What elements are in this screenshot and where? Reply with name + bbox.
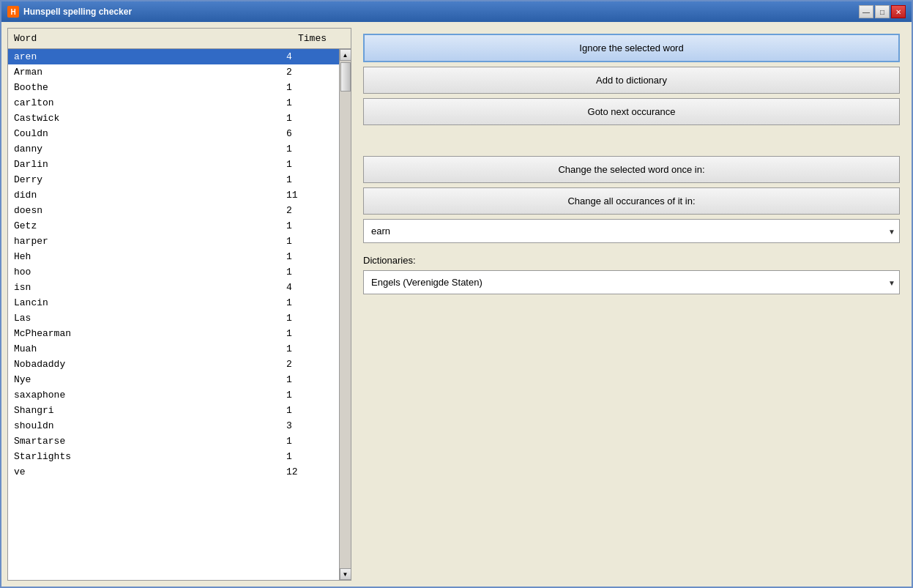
table-row[interactable]: Nobadaddy2 xyxy=(8,357,339,372)
dictionary-dropdown[interactable]: Engels (Verenigde Staten)English (US)Eng… xyxy=(363,270,900,294)
goto-next-button[interactable]: Goto next occurance xyxy=(363,98,900,125)
table-row[interactable]: Las1 xyxy=(8,310,339,326)
main-window: H Hunspell spelling checker — □ ✕ Word T… xyxy=(0,0,913,588)
times-cell: 1 xyxy=(280,403,339,417)
word-list[interactable]: aren4Arman2Boothe1carlton1Castwick1Could… xyxy=(8,49,339,580)
times-cell: 1 xyxy=(280,234,339,248)
word-cell: ve xyxy=(8,465,280,479)
table-row[interactable]: Couldn6 xyxy=(8,126,339,141)
table-row[interactable]: Nye1 xyxy=(8,372,339,387)
times-cell: 1 xyxy=(280,142,339,156)
word-cell: danny xyxy=(8,142,280,156)
times-cell: 1 xyxy=(280,296,339,310)
times-cell: 1 xyxy=(280,342,339,356)
table-row[interactable]: Arman2 xyxy=(8,64,339,80)
word-cell: Las xyxy=(8,311,280,325)
table-row[interactable]: Boothe1 xyxy=(8,80,339,95)
word-cell: Couldn xyxy=(8,127,280,141)
table-row[interactable]: carlton1 xyxy=(8,95,339,111)
close-button[interactable]: ✕ xyxy=(891,5,906,18)
times-cell: 11 xyxy=(280,188,339,202)
times-cell: 4 xyxy=(280,280,339,294)
change-once-button[interactable]: Change the selected word once in: xyxy=(363,156,900,183)
table-row[interactable]: isn4 xyxy=(8,280,339,295)
dictionaries-label: Dictionaries: xyxy=(363,255,900,266)
word-cell: carlton xyxy=(8,96,280,110)
table-row[interactable]: Smartarse1 xyxy=(8,433,339,449)
table-row[interactable]: Heh1 xyxy=(8,249,339,264)
minimize-button[interactable]: — xyxy=(859,5,873,18)
table-row[interactable]: Derry1 xyxy=(8,172,339,187)
table-row[interactable]: Muah1 xyxy=(8,341,339,357)
word-cell: harper xyxy=(8,234,280,248)
maximize-button[interactable]: □ xyxy=(875,5,890,18)
word-cell: isn xyxy=(8,280,280,294)
action-panel: Ignore the selected word Add to dictiona… xyxy=(357,28,906,581)
word-cell: didn xyxy=(8,188,280,202)
word-cell: McPhearman xyxy=(8,327,280,340)
table-row[interactable]: Getz1 xyxy=(8,218,339,234)
table-row[interactable]: hoo1 xyxy=(8,264,339,280)
times-cell: 1 xyxy=(280,388,339,402)
word-cell: Starlights xyxy=(8,450,280,464)
table-row[interactable]: ve12 xyxy=(8,464,339,480)
scroll-up-button[interactable]: ▲ xyxy=(340,49,351,61)
scroll-thumb[interactable] xyxy=(340,62,351,92)
times-cell: 1 xyxy=(280,173,339,187)
table-row[interactable]: danny1 xyxy=(8,141,339,157)
word-cell: Nobadaddy xyxy=(8,357,280,371)
word-cell: Heh xyxy=(8,250,280,264)
replacement-dropdown-container: earnearnlearnyearns ▼ xyxy=(363,219,900,243)
word-cell: Shangri xyxy=(8,403,280,417)
table-row[interactable]: aren4 xyxy=(8,49,339,64)
table-row[interactable]: Castwick1 xyxy=(8,111,339,126)
times-cell: 1 xyxy=(280,327,339,340)
window-title: Hunspell spelling checker xyxy=(23,7,132,17)
ignore-word-button[interactable]: Ignore the selected word xyxy=(363,34,900,62)
times-cell: 2 xyxy=(280,204,339,217)
scroll-down-button[interactable]: ▼ xyxy=(340,568,351,580)
spacer xyxy=(363,130,900,152)
table-row[interactable]: Starlights1 xyxy=(8,449,339,464)
times-cell: 1 xyxy=(280,373,339,387)
word-list-container: aren4Arman2Boothe1carlton1Castwick1Could… xyxy=(8,49,351,580)
word-list-panel: Word Times aren4Arman2Boothe1carlton1Cas… xyxy=(7,28,351,581)
word-cell: Lancin xyxy=(8,296,280,310)
add-to-dict-button[interactable]: Add to dictionary xyxy=(363,67,900,94)
word-cell: Darlin xyxy=(8,157,280,171)
table-row[interactable]: Darlin1 xyxy=(8,157,339,172)
table-row[interactable]: Shangri1 xyxy=(8,403,339,418)
word-cell: Castwick xyxy=(8,111,280,125)
times-cell: 2 xyxy=(280,357,339,371)
table-row[interactable]: doesn2 xyxy=(8,203,339,218)
times-cell: 1 xyxy=(280,111,339,125)
word-cell: Smartarse xyxy=(8,434,280,448)
title-bar: H Hunspell spelling checker — □ ✕ xyxy=(1,1,912,22)
header-word: Word xyxy=(8,31,292,45)
times-cell: 1 xyxy=(280,265,339,279)
word-cell: doesn xyxy=(8,204,280,217)
word-cell: saxaphone xyxy=(8,388,280,402)
replacement-dropdown[interactable]: earnearnlearnyearns xyxy=(363,219,900,243)
change-all-button[interactable]: Change all occurances of it in: xyxy=(363,187,900,215)
table-row[interactable]: didn11 xyxy=(8,187,339,203)
table-row[interactable]: saxaphone1 xyxy=(8,387,339,403)
table-row[interactable]: McPhearman1 xyxy=(8,326,339,341)
word-cell: Boothe xyxy=(8,81,280,94)
scrollbar: ▲ ▼ xyxy=(339,49,351,580)
list-header: Word Times xyxy=(8,29,351,49)
dict-dropdown-container: Engels (Verenigde Staten)English (US)Eng… xyxy=(363,270,900,294)
times-cell: 1 xyxy=(280,434,339,448)
times-cell: 2 xyxy=(280,65,339,79)
times-cell: 1 xyxy=(280,96,339,110)
table-row[interactable]: shouldn3 xyxy=(8,418,339,433)
change-section: Change the selected word once in: Change… xyxy=(363,156,900,243)
word-cell: hoo xyxy=(8,265,280,279)
table-row[interactable]: harper1 xyxy=(8,234,339,249)
times-cell: 1 xyxy=(280,450,339,464)
app-icon: H xyxy=(7,6,19,18)
table-row[interactable]: Lancin1 xyxy=(8,295,339,310)
scroll-track[interactable] xyxy=(340,61,351,568)
word-cell: Nye xyxy=(8,373,280,387)
word-cell: Arman xyxy=(8,65,280,79)
